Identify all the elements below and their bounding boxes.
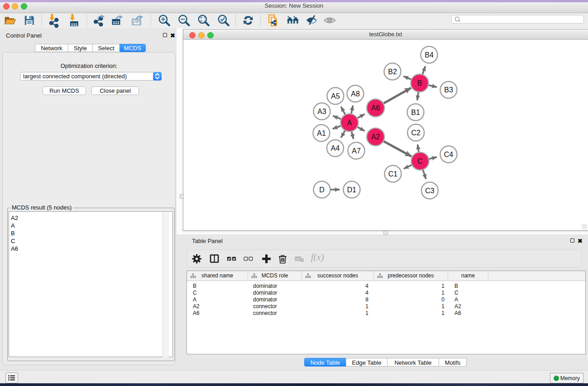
svg-text:B3: B3 — [444, 86, 453, 94]
svg-text:C2: C2 — [411, 129, 421, 137]
svg-text:B1: B1 — [411, 109, 420, 116]
svg-text:C1: C1 — [388, 170, 398, 178]
svg-text:f(x): f(x) — [311, 252, 324, 262]
svg-text:A: A — [347, 119, 352, 127]
svg-text:C4: C4 — [444, 151, 454, 158]
svg-text:A3: A3 — [317, 108, 326, 115]
svg-text:A1: A1 — [317, 129, 326, 137]
svg-text:A8: A8 — [351, 90, 360, 98]
svg-text:C: C — [417, 157, 423, 165]
svg-text:A2: A2 — [371, 133, 380, 141]
svg-text:D1: D1 — [347, 186, 357, 194]
svg-text:D: D — [319, 186, 325, 194]
svg-text:B: B — [417, 79, 422, 87]
svg-text:A5: A5 — [331, 92, 340, 100]
svg-text:C3: C3 — [425, 187, 435, 195]
svg-text:B4: B4 — [425, 51, 434, 59]
svg-text:A6: A6 — [371, 104, 380, 112]
svg-text:A4: A4 — [331, 144, 340, 152]
svg-text:B2: B2 — [388, 68, 397, 76]
svg-text:A7: A7 — [352, 147, 361, 155]
